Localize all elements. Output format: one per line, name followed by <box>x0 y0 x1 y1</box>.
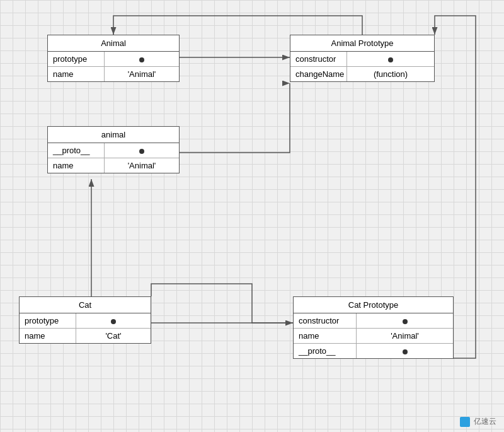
animal-box: Animal prototype name 'Animal' <box>47 35 180 82</box>
cat-name-label: name <box>20 329 76 343</box>
cp-row-constructor: constructor <box>294 313 453 329</box>
watermark-text: 亿速云 <box>474 417 496 426</box>
animal-prototype-label: prototype <box>48 52 105 66</box>
cp-row-proto: __proto__ <box>294 344 453 358</box>
watermark-icon <box>460 417 470 427</box>
cat-title: Cat <box>20 297 151 313</box>
animal-prototype-title: Animal Prototype <box>290 35 434 52</box>
ap-row-changename: changeName (function) <box>290 67 434 81</box>
ap-changename-value: (function) <box>347 67 434 81</box>
cp-row-name: name 'Animal' <box>294 329 453 344</box>
ai-name-label: name <box>48 158 105 173</box>
animal-instance-title: animal <box>48 127 179 143</box>
animal-title: Animal <box>48 35 179 52</box>
ai-proto-label: __proto__ <box>48 143 105 158</box>
ai-name-value: 'Animal' <box>105 158 179 173</box>
ai-row-name: name 'Animal' <box>48 158 179 173</box>
ap-changename-label: changeName <box>290 67 347 81</box>
ai-row-proto: __proto__ <box>48 143 179 158</box>
cat-name-value: 'Cat' <box>76 329 151 343</box>
ai-proto-value <box>105 143 179 158</box>
cat-prototype-label: prototype <box>20 313 76 328</box>
animal-prototype-value <box>105 52 179 66</box>
watermark: 亿速云 <box>460 416 496 427</box>
cp-proto-value <box>357 344 453 358</box>
cat-prototype-box: Cat Prototype constructor name 'Animal' … <box>293 296 454 359</box>
animal-row-prototype: prototype <box>48 52 179 67</box>
cp-name-label: name <box>294 329 357 343</box>
animal-instance-box: animal __proto__ name 'Animal' <box>47 126 180 173</box>
ap-constructor-value <box>347 52 434 66</box>
cat-row-prototype: prototype <box>20 313 151 329</box>
animal-row-name: name 'Animal' <box>48 67 179 81</box>
animal-name-value: 'Animal' <box>105 67 179 81</box>
ap-constructor-label: constructor <box>290 52 347 66</box>
cat-row-name: name 'Cat' <box>20 329 151 343</box>
animal-prototype-box: Animal Prototype constructor changeName … <box>290 35 435 82</box>
cp-constructor-value <box>357 313 453 328</box>
cp-constructor-label: constructor <box>294 313 357 328</box>
cp-name-value: 'Animal' <box>357 329 453 343</box>
cat-prototype-title: Cat Prototype <box>294 297 453 313</box>
ap-row-constructor: constructor <box>290 52 434 67</box>
cat-prototype-value <box>76 313 151 328</box>
animal-name-label: name <box>48 67 105 81</box>
cp-proto-label: __proto__ <box>294 344 357 358</box>
cat-box: Cat prototype name 'Cat' <box>19 296 151 344</box>
